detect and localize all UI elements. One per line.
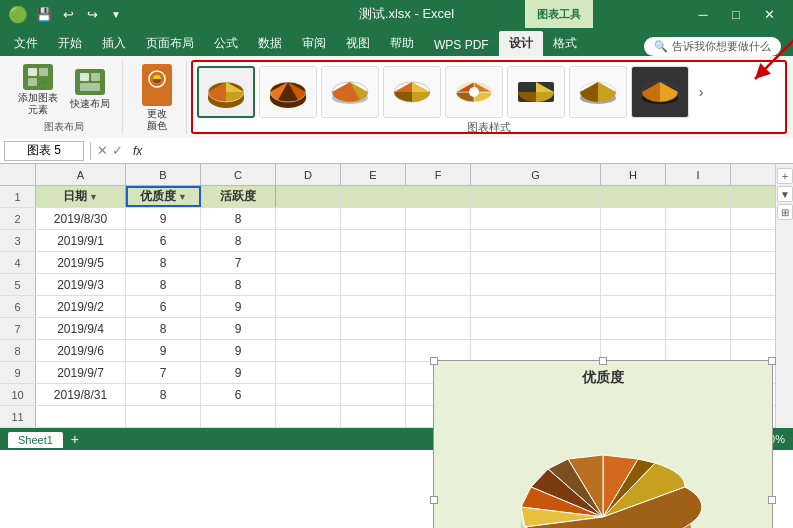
cell-i8[interactable] [666,340,731,361]
chart-style-1[interactable] [197,66,255,118]
cell-b1[interactable]: 优质度 ▼ [126,186,201,207]
row-num-7[interactable]: 7 [0,318,36,339]
cell-e5[interactable] [341,274,406,295]
cell-e2[interactable] [341,208,406,229]
row-num-11[interactable]: 11 [0,406,36,427]
cell-g4[interactable] [471,252,601,273]
add-sheet-button[interactable]: + [65,430,85,448]
redo-icon[interactable]: ↪ [82,4,102,24]
cell-e9[interactable] [341,362,406,383]
cell-c7[interactable]: 9 [201,318,276,339]
cell-h6[interactable] [601,296,666,317]
col-header-g[interactable]: G [471,164,601,185]
cell-h1[interactable] [601,186,666,207]
cell-c5[interactable]: 8 [201,274,276,295]
row-num-1[interactable]: 1 [0,186,36,207]
row-num-5[interactable]: 5 [0,274,36,295]
cell-c8[interactable]: 9 [201,340,276,361]
cell-d4[interactable] [276,252,341,273]
cell-a1[interactable]: 日期 ▼ [36,186,126,207]
cell-e10[interactable] [341,384,406,405]
chart-style-5[interactable] [445,66,503,118]
quick-layout-button[interactable]: 快速布局 [66,67,114,113]
cell-d8[interactable] [276,340,341,361]
row-num-3[interactable]: 3 [0,230,36,251]
cell-d9[interactable] [276,362,341,383]
chart-style-3[interactable] [321,66,379,118]
cell-d5[interactable] [276,274,341,295]
cell-g1[interactable] [471,186,601,207]
cell-i3[interactable] [666,230,731,251]
cell-f2[interactable] [406,208,471,229]
cell-d2[interactable] [276,208,341,229]
cell-c1[interactable]: 活跃度 [201,186,276,207]
cell-h2[interactable] [601,208,666,229]
cell-h4[interactable] [601,252,666,273]
cell-c6[interactable]: 9 [201,296,276,317]
cell-e7[interactable] [341,318,406,339]
cell-g2[interactable] [471,208,601,229]
col-header-e[interactable]: E [341,164,406,185]
resize-handle-r[interactable] [768,496,776,504]
col-header-d[interactable]: D [276,164,341,185]
cell-h3[interactable] [601,230,666,251]
cell-g7[interactable] [471,318,601,339]
cell-d10[interactable] [276,384,341,405]
cell-c4[interactable]: 7 [201,252,276,273]
filter-funnel-icon[interactable]: ⊞ [777,204,793,220]
row-num-9[interactable]: 9 [0,362,36,383]
cell-b2[interactable]: 9 [126,208,201,229]
filter-b1[interactable]: ▼ [178,192,187,202]
cell-f6[interactable] [406,296,471,317]
resize-handle-t[interactable] [599,357,607,365]
tab-data[interactable]: 数据 [248,31,292,56]
resize-handle-tl[interactable] [430,357,438,365]
filter-icon[interactable]: ▼ [777,186,793,202]
cell-e4[interactable] [341,252,406,273]
col-header-c[interactable]: C [201,164,276,185]
col-header-h[interactable]: H [601,164,666,185]
tab-formula[interactable]: 公式 [204,31,248,56]
tab-file[interactable]: 文件 [4,31,48,56]
cell-h8[interactable] [601,340,666,361]
cell-f4[interactable] [406,252,471,273]
col-header-f[interactable]: F [406,164,471,185]
cell-g8[interactable] [471,340,601,361]
cell-a11[interactable] [36,406,126,427]
row-num-2[interactable]: 2 [0,208,36,229]
cell-b8[interactable]: 9 [126,340,201,361]
cell-f3[interactable] [406,230,471,251]
cell-d3[interactable] [276,230,341,251]
cell-i1[interactable] [666,186,731,207]
col-header-b[interactable]: B [126,164,201,185]
cell-a10[interactable]: 2019/8/31 [36,384,126,405]
cell-f7[interactable] [406,318,471,339]
tab-home[interactable]: 开始 [48,31,92,56]
cell-a3[interactable]: 2019/9/1 [36,230,126,251]
cell-i4[interactable] [666,252,731,273]
cell-i7[interactable] [666,318,731,339]
sheet-tab-1[interactable]: Sheet1 [8,432,63,448]
col-header-i[interactable]: I [666,164,731,185]
cell-g3[interactable] [471,230,601,251]
cell-f8[interactable] [406,340,471,361]
cell-e1[interactable] [341,186,406,207]
col-header-a[interactable]: A [36,164,126,185]
cell-h7[interactable] [601,318,666,339]
cell-c11[interactable] [201,406,276,427]
cell-f5[interactable] [406,274,471,295]
cell-b11[interactable] [126,406,201,427]
row-num-4[interactable]: 4 [0,252,36,273]
cell-c3[interactable]: 8 [201,230,276,251]
cell-c9[interactable]: 9 [201,362,276,383]
chart-style-7[interactable] [569,66,627,118]
cell-i2[interactable] [666,208,731,229]
name-box[interactable]: 图表 5 [4,141,84,161]
cell-a6[interactable]: 2019/9/2 [36,296,126,317]
add-chart-element-button[interactable]: + 添加图表元素 [14,62,62,118]
minimize-button[interactable]: ─ [687,0,719,28]
close-button[interactable]: ✕ [753,0,785,28]
row-num-10[interactable]: 10 [0,384,36,405]
cell-e3[interactable] [341,230,406,251]
resize-handle-tr[interactable] [768,357,776,365]
